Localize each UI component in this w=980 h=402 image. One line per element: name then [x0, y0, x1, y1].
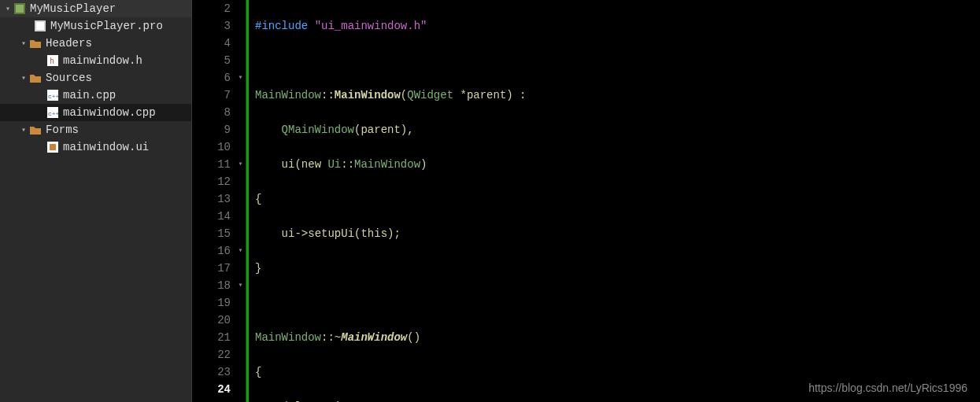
code-editor[interactable]: #include "ui_mainwindow.h" MainWindow::M…	[249, 0, 980, 402]
fold-blank	[235, 294, 246, 312]
svg-text:c++: c++	[48, 110, 58, 117]
fold-marker-icon[interactable]: ▾	[235, 242, 246, 260]
pro-file-item[interactable]: MyMusicPlayer.pro	[0, 17, 191, 35]
source-mainwindow-item[interactable]: c++ mainwindow.cpp	[0, 104, 191, 121]
svg-rect-11	[50, 144, 56, 150]
line-num[interactable]: 15	[192, 225, 235, 242]
code-line: delete ui;	[255, 398, 980, 402]
line-num[interactable]: 2	[192, 0, 235, 17]
forms-label: Forms	[46, 124, 79, 136]
code-line	[255, 294, 980, 312]
form-file-label: mainwindow.ui	[63, 141, 149, 153]
sources-folder[interactable]: ▾ Sources	[0, 69, 191, 87]
svg-rect-3	[36, 22, 44, 30]
code-line: #include "ui_mainwindow.h"	[255, 17, 980, 35]
fold-blank	[235, 190, 246, 208]
header-file-label: mainwindow.h	[63, 54, 142, 67]
fold-blank	[235, 329, 246, 346]
line-num[interactable]: 12	[192, 173, 235, 190]
line-num[interactable]: 21	[192, 329, 235, 346]
chevron-down-icon[interactable]: ▾	[19, 39, 28, 48]
source-main-item[interactable]: c++ main.cpp	[0, 87, 191, 104]
fold-blank	[235, 312, 246, 329]
line-num[interactable]: 3	[192, 17, 235, 35]
fold-marker-icon[interactable]: ▾	[235, 69, 246, 87]
line-num[interactable]: 13	[192, 190, 235, 208]
line-num[interactable]: 19	[192, 294, 235, 312]
source-mainwindow-label: mainwindow.cpp	[63, 106, 156, 119]
cpp-file-icon: c++	[46, 106, 60, 119]
line-num[interactable]: 6	[192, 69, 235, 87]
line-num[interactable]: 14	[192, 208, 235, 225]
line-num[interactable]: 5	[192, 52, 235, 69]
code-line: QMainWindow(parent),	[255, 121, 980, 138]
project-root[interactable]: ▾ MyMusicPlayer	[0, 0, 191, 17]
project-name: MyMusicPlayer	[30, 2, 116, 15]
line-num[interactable]: 9	[192, 121, 235, 138]
fold-blank	[235, 104, 246, 121]
fold-blank	[235, 35, 246, 52]
headers-label: Headers	[46, 37, 92, 50]
fold-blank	[235, 363, 246, 381]
chevron-down-icon[interactable]: ▾	[3, 4, 13, 13]
line-num[interactable]: 4	[192, 35, 235, 52]
code-line: {	[255, 363, 980, 381]
fold-marker-icon[interactable]: ▾	[235, 277, 246, 294]
line-num[interactable]: 23	[192, 363, 235, 381]
line-num[interactable]: 8	[192, 104, 235, 121]
fold-marker-icon[interactable]: ▾	[235, 156, 246, 173]
svg-text:h: h	[50, 57, 54, 66]
fold-blank	[235, 225, 246, 242]
code-line: {	[255, 190, 980, 208]
fold-blank	[235, 17, 246, 35]
header-file-item[interactable]: h mainwindow.h	[0, 52, 191, 69]
line-num[interactable]: 17	[192, 260, 235, 277]
line-num[interactable]: 20	[192, 312, 235, 329]
line-num[interactable]: 22	[192, 346, 235, 363]
fold-column[interactable]: ▾ ▾ ▾ ▾	[235, 0, 246, 402]
project-icon	[13, 2, 27, 15]
svg-rect-1	[16, 5, 24, 13]
line-num[interactable]: 10	[192, 138, 235, 156]
code-line: MainWindow::~MainWindow()	[255, 329, 980, 346]
fold-blank	[235, 208, 246, 225]
fold-blank	[235, 0, 246, 17]
folder-icon	[28, 124, 43, 136]
code-line: }	[255, 260, 980, 277]
fold-blank	[235, 381, 246, 398]
line-num-current[interactable]: 24	[192, 381, 235, 398]
form-file-item[interactable]: mainwindow.ui	[0, 138, 191, 156]
forms-folder[interactable]: ▾ Forms	[0, 121, 191, 138]
project-tree[interactable]: ▾ MyMusicPlayer MyMusicPlayer.pro ▾ Head…	[0, 0, 191, 402]
folder-icon	[28, 37, 43, 50]
line-num[interactable]: 16	[192, 242, 235, 260]
cpp-file-icon: c++	[46, 89, 60, 101]
fold-blank	[235, 87, 246, 104]
fold-blank	[235, 173, 246, 190]
line-number-gutter[interactable]: 2 3 4 5 6 7 8 9 10 11 12 13 14 15 16 17 …	[192, 0, 235, 402]
fold-blank	[235, 121, 246, 138]
code-line: MainWindow::MainWindow(QWidget *parent) …	[255, 87, 980, 104]
headers-folder[interactable]: ▾ Headers	[0, 35, 191, 52]
fold-blank	[235, 52, 246, 69]
pro-file-label: MyMusicPlayer.pro	[50, 20, 163, 32]
fold-blank	[235, 346, 246, 363]
svg-text:c++: c++	[48, 93, 58, 100]
code-line	[255, 52, 980, 69]
fold-blank	[235, 260, 246, 277]
fold-blank	[235, 138, 246, 156]
code-line: ui->setupUi(this);	[255, 225, 980, 242]
folder-icon	[28, 72, 43, 84]
code-line: ui(new Ui::MainWindow)	[255, 156, 980, 173]
sources-label: Sources	[46, 72, 92, 84]
line-num[interactable]: 18	[192, 277, 235, 294]
line-num[interactable]: 7	[192, 87, 235, 104]
chevron-down-icon[interactable]: ▾	[19, 73, 28, 83]
line-num[interactable]: 11	[192, 156, 235, 173]
file-icon	[33, 20, 47, 32]
source-main-label: main.cpp	[63, 89, 116, 101]
h-file-icon: h	[46, 54, 60, 67]
chevron-down-icon[interactable]: ▾	[19, 125, 28, 135]
ui-file-icon	[46, 141, 60, 153]
watermark-text: https://blog.csdn.net/LyRics1996	[808, 382, 967, 394]
